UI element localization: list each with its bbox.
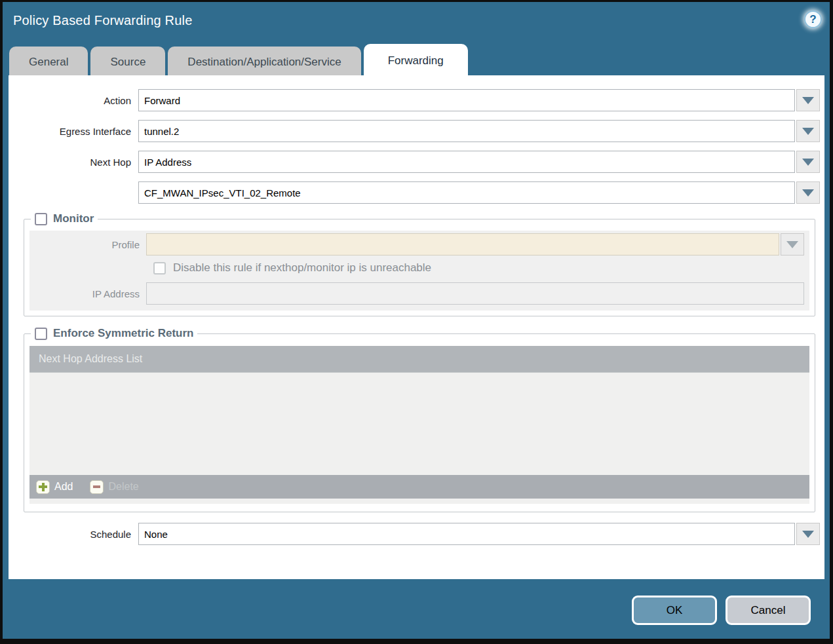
cancel-button[interactable]: Cancel [726, 596, 811, 625]
disable-rule-label: Disable this rule if nexthop/monitor ip … [173, 261, 431, 275]
chevron-down-icon [802, 159, 814, 166]
enforce-symmetric-return-fieldset: Enforce Symmetric Return Next Hop Addres… [24, 327, 815, 512]
ok-button[interactable]: OK [632, 596, 717, 625]
delete-button: Delete [90, 480, 138, 494]
add-button[interactable]: Add [36, 480, 73, 494]
disable-rule-checkbox [153, 262, 166, 275]
monitor-checkbox[interactable] [35, 213, 47, 225]
next-hop-label: Next Hop [9, 157, 138, 168]
next-hop-address-row [9, 181, 820, 204]
action-dropdown-button[interactable] [796, 89, 820, 111]
chevron-down-icon [786, 241, 798, 248]
tab-general[interactable]: General [9, 47, 88, 78]
monitor-ip-address-row: IP Address [29, 282, 807, 305]
help-icon[interactable]: ? [804, 10, 822, 28]
policy-based-forwarding-dialog: Policy Based Forwarding Rule ? General S… [3, 2, 830, 639]
tab-source[interactable]: Source [90, 47, 165, 78]
profile-label: Profile [29, 239, 146, 250]
monitor-legend: Monitor [31, 212, 98, 225]
next-hop-address-table: Next Hop Address List Add Delete [29, 346, 809, 504]
monitor-legend-label: Monitor [53, 212, 94, 225]
profile-dropdown-button [781, 233, 804, 256]
add-button-label: Add [54, 481, 73, 493]
egress-interface-input[interactable] [138, 120, 795, 142]
next-hop-address-dropdown-button[interactable] [796, 181, 820, 204]
delete-button-label: Delete [108, 481, 138, 493]
monitor-ip-address-label: IP Address [29, 288, 146, 299]
minus-icon [90, 480, 104, 494]
egress-interface-dropdown-button[interactable] [796, 120, 820, 142]
next-hop-address-table-bottom-strip [29, 499, 809, 504]
action-label: Action [9, 95, 138, 106]
monitor-panel: Profile Disable this rule if nexthop/mon… [29, 231, 809, 311]
forwarding-tab-panel: Action Egress Interface Next Hop [9, 75, 824, 579]
egress-interface-label: Egress Interface [9, 126, 138, 137]
next-hop-type-input[interactable] [138, 151, 795, 173]
chevron-down-icon [802, 128, 814, 135]
chevron-down-icon [802, 97, 814, 104]
schedule-input[interactable] [138, 523, 795, 545]
dialog-title: Policy Based Forwarding Rule [13, 13, 193, 28]
tab-forwarding[interactable]: Forwarding [364, 44, 468, 78]
enforce-symmetric-return-checkbox[interactable] [35, 328, 47, 340]
enforce-symmetric-return-legend-label: Enforce Symmetric Return [53, 327, 193, 340]
profile-input [146, 233, 779, 256]
next-hop-row: Next Hop [9, 151, 820, 173]
tab-destination-application-service[interactable]: Destination/Application/Service [168, 47, 360, 78]
schedule-row: Schedule [9, 523, 820, 545]
monitor-ip-address-input [146, 282, 804, 305]
disable-rule-row: Disable this rule if nexthop/monitor ip … [29, 261, 807, 275]
plus-icon [36, 480, 50, 494]
next-hop-address-input[interactable] [138, 181, 795, 204]
profile-row: Profile [29, 233, 807, 256]
schedule-dropdown-button[interactable] [796, 523, 820, 545]
action-input[interactable] [138, 89, 795, 111]
next-hop-address-table-header: Next Hop Address List [29, 346, 809, 373]
enforce-symmetric-return-legend: Enforce Symmetric Return [31, 327, 197, 340]
egress-interface-row: Egress Interface [9, 120, 820, 142]
tab-bar: General Source Destination/Application/S… [9, 44, 468, 78]
next-hop-address-table-toolbar: Add Delete [29, 475, 809, 499]
chevron-down-icon [802, 189, 814, 197]
schedule-label: Schedule [9, 529, 138, 540]
next-hop-address-list-column-header: Next Hop Address List [29, 353, 142, 365]
action-row: Action [9, 89, 820, 111]
monitor-fieldset: Monitor Profile Disable this rule if nex… [24, 212, 815, 316]
next-hop-type-dropdown-button[interactable] [796, 151, 820, 173]
chevron-down-icon [802, 531, 814, 538]
next-hop-address-table-body [29, 373, 809, 475]
